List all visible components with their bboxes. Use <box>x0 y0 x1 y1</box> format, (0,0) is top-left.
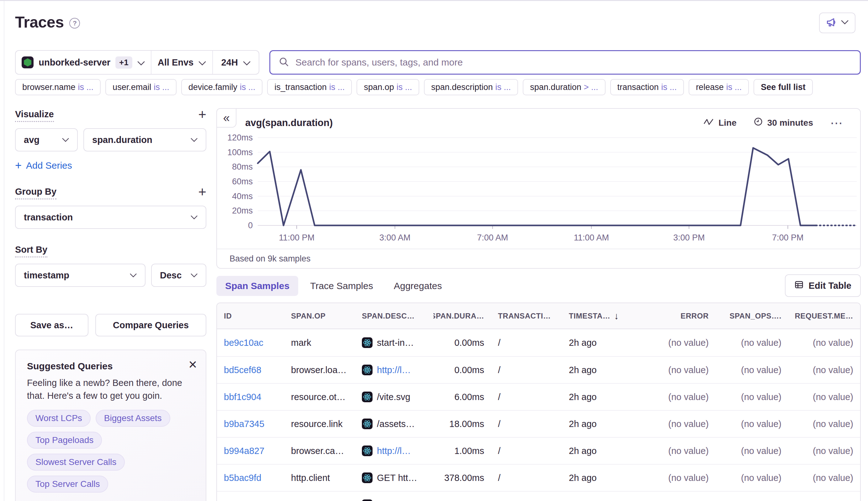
project-extra-badge: +1 <box>115 56 132 69</box>
whats-new-button[interactable] <box>819 12 856 33</box>
visualize-field-select[interactable]: span.duration <box>83 128 207 151</box>
column-header-transacti-[interactable]: TRANSACTI… <box>491 312 562 320</box>
timestamp-cell[interactable]: 2h ago <box>562 392 638 402</box>
chart-more-menu-icon[interactable]: ⋯ <box>830 120 843 126</box>
time-range-selector[interactable]: 24H <box>212 51 259 74</box>
results-tabs: Span SamplesTrace SamplesAggregates Edit… <box>216 274 861 298</box>
chevron-down-icon <box>199 57 206 68</box>
filter-chip-browser.name[interactable]: browser.nameis ... <box>15 79 100 95</box>
megaphone-icon <box>826 17 837 29</box>
add-visualize-button[interactable]: + <box>198 109 207 120</box>
react-platform-icon <box>362 446 372 456</box>
column-header-error[interactable]: ERROR <box>638 312 716 320</box>
filter-chip-user.email[interactable]: user.emailis ... <box>105 79 177 95</box>
page-title: Traces <box>15 13 64 31</box>
error-cell: (no value) <box>638 446 716 456</box>
timestamp-cell[interactable]: 2h ago <box>562 365 638 375</box>
tab-trace-samples[interactable]: Trace Samples <box>301 276 382 296</box>
span-duration-cell: 0.00ms <box>433 338 491 348</box>
search-bar[interactable] <box>269 50 861 75</box>
project-selector[interactable]: unborked-server +1 <box>16 51 151 74</box>
suggested-query-pill[interactable]: Slowest Server Calls <box>27 454 125 471</box>
span-id-cell[interactable]: be9c10ac <box>217 338 284 348</box>
time-range-value: 24H <box>221 57 238 68</box>
span-id-cell[interactable]: bd5cef68 <box>217 365 284 375</box>
see-full-list-button[interactable]: See full list <box>753 79 813 95</box>
timestamp-cell[interactable]: 2h ago <box>562 446 638 456</box>
table-row: bbf1c904resource.other/vite.svg6.00ms/2h… <box>217 383 860 410</box>
span-id-cell[interactable]: b994a827 <box>217 446 284 456</box>
column-header-request-me-[interactable]: REQUEST.ME… <box>788 312 860 320</box>
suggested-query-pill[interactable]: Biggest Assets <box>96 410 170 427</box>
filter-chip-release[interactable]: releaseis ... <box>689 79 749 95</box>
timestamp-cell[interactable]: 2h ago <box>562 500 638 501</box>
column-header-span-ops-[interactable]: SPAN_OPS…. <box>716 312 788 320</box>
span-id-cell[interactable]: bbf1c904 <box>217 392 284 402</box>
group-by-select[interactable]: transaction <box>15 206 207 229</box>
main-content: « avg(span.duration) Line 30 minutes ⋯ <box>216 108 861 269</box>
column-header-span-op[interactable]: SPAN.OP <box>284 312 355 320</box>
column-header-span-dura-[interactable]: SPAN.DURA… <box>433 312 491 320</box>
suggested-query-pill[interactable]: Worst LCPs <box>27 410 91 427</box>
sort-field-select[interactable]: timestamp <box>15 264 146 287</box>
aggregate-select[interactable]: avg <box>15 128 78 151</box>
collapse-sidebar-button[interactable]: « <box>216 108 236 128</box>
timestamp-cell[interactable]: 2h ago <box>562 419 638 429</box>
column-header-id[interactable]: ID <box>217 312 284 320</box>
search-input[interactable] <box>295 57 852 68</box>
error-cell: (no value) <box>638 365 716 375</box>
error-cell: (no value) <box>638 500 716 501</box>
filter-chip-device.family[interactable]: device.familyis ... <box>181 79 263 95</box>
chart-interval-label: 30 minutes <box>768 118 813 128</box>
environment-selector[interactable]: All Envs <box>151 51 212 74</box>
request-method-cell: (no value) <box>788 419 860 429</box>
filter-chip-transaction[interactable]: transactionis ... <box>610 79 684 95</box>
timestamp-cell[interactable]: 2h ago <box>562 473 638 483</box>
transaction-cell: / <box>491 365 562 375</box>
span-samples-table: IDSPAN.OPSPAN.DESC…SPAN.DURA…TRANSACTI…T… <box>216 302 861 501</box>
save-as-button[interactable]: Save as… <box>15 314 88 337</box>
chart-type-label: Line <box>718 118 737 128</box>
add-group-by-button[interactable]: + <box>198 186 207 197</box>
request-method-cell: (no value) <box>788 500 860 501</box>
span-description-cell[interactable]: https://… <box>355 499 433 501</box>
span-op-cell: http.client <box>284 473 355 483</box>
span-id-cell[interactable]: b41bfb26 <box>217 500 284 501</box>
column-header-span-desc-[interactable]: SPAN.DESC… <box>355 312 433 320</box>
span-duration-cell: 276.00ms <box>433 500 491 501</box>
transaction-cell: / <box>491 446 562 456</box>
sort-direction-select[interactable]: Desc <box>151 264 207 287</box>
project-name: unborked-server <box>39 57 110 68</box>
chart-type-selector[interactable]: Line <box>703 118 737 128</box>
filter-chip-is_transaction[interactable]: is_transactionis ... <box>267 79 352 95</box>
span-op-cell: browser.load… <box>284 365 355 375</box>
help-icon[interactable]: ? <box>69 18 80 29</box>
transaction-cell: / <box>491 338 562 348</box>
span-duration-line-chart[interactable]: 020ms40ms60ms80ms100ms120ms11:00 PM3:00 … <box>217 134 861 242</box>
span-description-cell[interactable]: http://l… <box>355 365 433 375</box>
tab-aggregates[interactable]: Aggregates <box>385 276 451 296</box>
filter-chip-span.op[interactable]: span.opis ... <box>357 79 419 95</box>
table-row: b5bac9fdhttp.clientGET htt…378.00ms/2h a… <box>217 464 860 491</box>
span-id-cell[interactable]: b5bac9fd <box>217 473 284 483</box>
request-method-cell: (no value) <box>788 473 860 483</box>
span-ops-cell: (no value) <box>716 392 788 402</box>
filter-chip-span.description[interactable]: span.descriptionis ... <box>424 79 518 95</box>
tab-span-samples[interactable]: Span Samples <box>216 276 298 296</box>
span-op-cell: resource.ifra… <box>284 500 355 501</box>
suggested-query-pill[interactable]: Top Pageloads <box>27 432 102 449</box>
svg-text:100ms: 100ms <box>227 148 253 157</box>
svg-text:40ms: 40ms <box>232 192 253 201</box>
edit-table-button[interactable]: Edit Table <box>785 274 861 297</box>
suggested-query-pill[interactable]: Top Server Calls <box>27 476 108 492</box>
compare-queries-button[interactable]: Compare Queries <box>95 314 207 337</box>
span-description-cell[interactable]: http://l… <box>355 446 433 456</box>
span-op-cell: resource.other <box>284 392 355 402</box>
column-header-timesta-[interactable]: TIMESTA…↓ <box>562 311 638 321</box>
span-id-cell[interactable]: b9ba7345 <box>217 419 284 429</box>
close-icon[interactable]: × <box>189 356 197 373</box>
timestamp-cell[interactable]: 2h ago <box>562 338 638 348</box>
chart-interval-selector[interactable]: 30 minutes <box>753 117 813 129</box>
add-series-button[interactable]: + Add Series <box>15 159 207 172</box>
filter-chip-span.duration[interactable]: span.duration> ... <box>523 79 605 95</box>
